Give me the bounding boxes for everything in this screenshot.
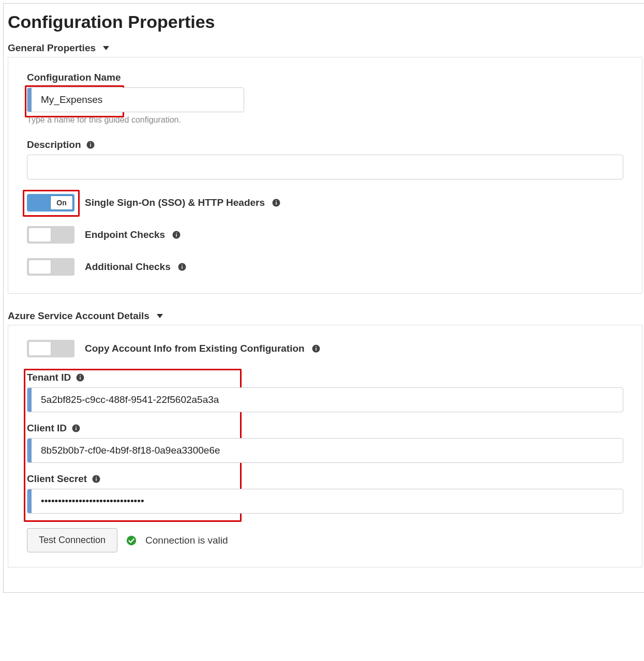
svg-rect-13 bbox=[316, 348, 317, 351]
client-secret-input[interactable] bbox=[32, 489, 623, 513]
sso-toggle-handle: On bbox=[50, 196, 73, 210]
description-label-text: Description bbox=[27, 139, 81, 151]
svg-rect-4 bbox=[276, 202, 277, 205]
chevron-down-icon bbox=[157, 314, 163, 318]
connection-status: Connection is valid bbox=[145, 535, 228, 546]
section-header-azure-label: Azure Service Account Details bbox=[8, 310, 149, 322]
additional-toggle[interactable] bbox=[27, 258, 74, 276]
info-icon[interactable] bbox=[85, 140, 96, 150]
svg-rect-8 bbox=[176, 233, 177, 234]
info-icon[interactable] bbox=[91, 474, 101, 484]
input-accent bbox=[27, 88, 32, 112]
input-accent bbox=[27, 489, 32, 513]
toggle-row-copy-existing: Copy Account Info from Existing Configur… bbox=[27, 340, 623, 357]
svg-rect-20 bbox=[76, 426, 77, 427]
section-header-general[interactable]: General Properties bbox=[8, 42, 642, 54]
client-id-label: Client ID bbox=[27, 423, 623, 434]
endpoint-toggle-label-text: Endpoint Checks bbox=[85, 229, 165, 241]
sso-toggle-label: Single Sign-On (SSO) & HTTP Headers bbox=[85, 197, 281, 208]
copy-existing-toggle-handle bbox=[28, 341, 51, 356]
field-description: Description bbox=[27, 139, 623, 179]
toggle-row-additional: Additional Checks bbox=[27, 258, 623, 276]
field-client-id: Client ID bbox=[27, 423, 623, 463]
sso-toggle[interactable]: On bbox=[27, 194, 74, 212]
description-label: Description bbox=[27, 139, 623, 151]
sso-toggle-label-text: Single Sign-On (SSO) & HTTP Headers bbox=[85, 197, 265, 208]
info-icon[interactable] bbox=[75, 372, 85, 383]
info-icon[interactable] bbox=[271, 198, 281, 208]
copy-existing-toggle[interactable] bbox=[27, 340, 74, 357]
toggle-row-endpoint: Endpoint Checks bbox=[27, 226, 623, 244]
svg-rect-7 bbox=[176, 234, 177, 237]
highlight-sso-toggle: On bbox=[27, 194, 74, 212]
page-container: Configuration Properties General Propert… bbox=[3, 3, 644, 593]
additional-toggle-handle bbox=[28, 260, 51, 274]
info-icon[interactable] bbox=[171, 230, 182, 240]
endpoint-toggle-label: Endpoint Checks bbox=[85, 229, 182, 241]
config-name-help: Type a name for this guided configuratio… bbox=[27, 115, 623, 125]
chevron-down-icon bbox=[103, 46, 109, 50]
tenant-id-label: Tenant ID bbox=[27, 372, 623, 383]
tenant-id-label-text: Tenant ID bbox=[27, 372, 71, 383]
svg-rect-16 bbox=[80, 377, 81, 380]
panel-azure: Copy Account Info from Existing Configur… bbox=[8, 325, 642, 567]
client-id-input[interactable] bbox=[32, 439, 623, 462]
svg-rect-19 bbox=[76, 428, 77, 430]
client-id-input-wrap bbox=[27, 438, 623, 463]
client-id-label-text: Client ID bbox=[27, 423, 67, 434]
client-secret-input-wrap bbox=[27, 489, 623, 514]
endpoint-toggle-handle bbox=[28, 228, 51, 242]
tenant-id-input[interactable] bbox=[32, 388, 623, 412]
copy-existing-label: Copy Account Info from Existing Configur… bbox=[85, 343, 321, 354]
svg-rect-10 bbox=[182, 266, 183, 269]
connection-row: Test Connection Connection is valid bbox=[27, 528, 623, 552]
svg-rect-5 bbox=[276, 201, 277, 202]
info-icon[interactable] bbox=[71, 423, 81, 433]
field-config-name: Configuration Name Type a name for this … bbox=[27, 72, 623, 125]
panel-general: Configuration Name Type a name for this … bbox=[8, 57, 642, 294]
svg-rect-1 bbox=[90, 144, 91, 147]
info-icon[interactable] bbox=[311, 343, 321, 354]
check-circle-icon bbox=[126, 535, 137, 546]
highlight-azure-fields: Tenant ID Client ID bbox=[27, 372, 623, 514]
input-accent bbox=[27, 439, 32, 462]
additional-toggle-label-text: Additional Checks bbox=[85, 261, 171, 273]
field-client-secret: Client Secret bbox=[27, 473, 623, 514]
additional-toggle-label: Additional Checks bbox=[85, 261, 187, 273]
client-secret-label-text: Client Secret bbox=[27, 473, 87, 485]
info-icon[interactable] bbox=[177, 262, 187, 272]
endpoint-toggle[interactable] bbox=[27, 226, 74, 244]
section-header-azure[interactable]: Azure Service Account Details bbox=[8, 310, 642, 322]
svg-rect-17 bbox=[80, 375, 81, 377]
description-input[interactable] bbox=[27, 155, 623, 179]
tenant-id-input-wrap bbox=[27, 387, 623, 412]
svg-rect-23 bbox=[96, 477, 97, 478]
svg-rect-11 bbox=[182, 265, 183, 266]
test-connection-button[interactable]: Test Connection bbox=[27, 528, 117, 552]
svg-rect-14 bbox=[316, 347, 317, 348]
copy-existing-label-text: Copy Account Info from Existing Configur… bbox=[85, 343, 305, 354]
svg-point-24 bbox=[127, 535, 136, 545]
svg-rect-22 bbox=[96, 478, 97, 481]
toggle-row-sso: On Single Sign-On (SSO) & HTTP Headers bbox=[27, 194, 623, 212]
svg-rect-2 bbox=[90, 143, 91, 144]
input-accent bbox=[27, 388, 32, 412]
config-name-input[interactable] bbox=[32, 88, 244, 112]
field-tenant-id: Tenant ID bbox=[27, 372, 623, 412]
client-secret-label: Client Secret bbox=[27, 473, 623, 485]
section-header-general-label: General Properties bbox=[8, 42, 96, 54]
highlight-config-name bbox=[27, 87, 623, 112]
config-name-input-wrap bbox=[27, 87, 244, 112]
config-name-label: Configuration Name bbox=[27, 72, 623, 83]
page-title: Configuration Properties bbox=[8, 12, 642, 32]
